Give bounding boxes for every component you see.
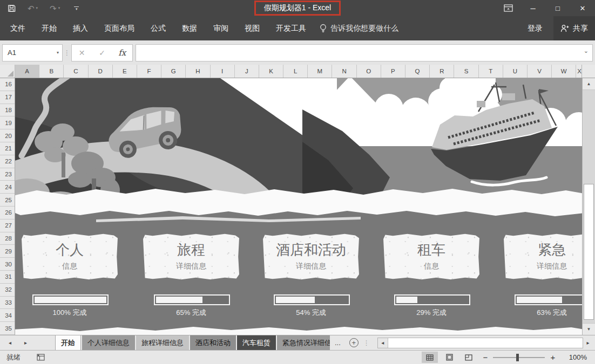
page-break-preview-button[interactable] — [461, 352, 477, 363]
sheet-tab-overflow[interactable]: ... — [331, 335, 344, 350]
share-button[interactable]: 共享 — [553, 16, 595, 40]
undo-dropdown-icon[interactable]: ▾ — [36, 6, 38, 10]
column-header-Q[interactable]: Q — [405, 65, 430, 78]
row-header-23[interactable]: 23 — [0, 168, 15, 181]
row-header-17[interactable]: 17 — [0, 91, 15, 104]
row-header-34[interactable]: 34 — [0, 309, 15, 322]
row-header-32[interactable]: 32 — [0, 284, 15, 297]
page-layout-view-button[interactable] — [441, 352, 457, 363]
column-header-A[interactable]: A — [15, 65, 39, 78]
column-header-W[interactable]: W — [552, 65, 576, 78]
column-header-K[interactable]: K — [259, 65, 283, 78]
column-header-F[interactable]: F — [137, 65, 161, 78]
column-header-T[interactable]: T — [479, 65, 503, 78]
redo-button[interactable]: ↷ — [50, 4, 57, 12]
tell-me-box[interactable]: 告诉我你想要做什么 — [320, 24, 398, 33]
ribbon-tab-视图[interactable]: 视图 — [236, 16, 268, 40]
vertical-scrollbar-thumb[interactable] — [584, 184, 594, 320]
column-header-V[interactable]: V — [528, 65, 552, 78]
new-sheet-button[interactable]: + — [349, 338, 359, 347]
column-header-U[interactable]: U — [503, 65, 528, 78]
column-header-S[interactable]: S — [454, 65, 478, 78]
ribbon-tab-插入[interactable]: 插入 — [65, 16, 96, 40]
column-header-G[interactable]: G — [161, 65, 186, 78]
name-box[interactable]: A1 ▾ — [2, 44, 63, 61]
insert-function-icon[interactable]: fx — [112, 48, 132, 58]
column-header-X[interactable]: X — [576, 65, 582, 78]
normal-view-button[interactable] — [422, 352, 438, 363]
formula-bar-handle[interactable]: ⋮ — [63, 49, 71, 57]
ribbon-tab-公式[interactable]: 公式 — [143, 16, 174, 40]
column-header-H[interactable]: H — [186, 65, 210, 78]
zoom-slider[interactable] — [493, 357, 545, 358]
row-header-18[interactable]: 18 — [0, 104, 15, 117]
expand-formula-bar-icon[interactable]: ⌄ — [584, 47, 589, 54]
column-header-B[interactable]: B — [39, 65, 64, 78]
sign-in-button[interactable]: 登录 — [520, 24, 550, 33]
row-header-28[interactable]: 28 — [0, 232, 15, 245]
row-header-24[interactable]: 24 — [0, 181, 15, 194]
column-header-I[interactable]: I — [211, 65, 235, 78]
horizontal-scrollbar[interactable]: ◂ ▸ — [377, 337, 593, 348]
ribbon-tab-页面布局[interactable]: 页面布局 — [96, 16, 143, 40]
sheet-tab-开始[interactable]: 开始 — [55, 335, 81, 350]
row-header-35[interactable]: 35 — [0, 322, 15, 335]
name-box-dropdown-icon[interactable]: ▾ — [57, 50, 59, 55]
column-header-M[interactable]: M — [308, 65, 332, 78]
scroll-left-icon[interactable]: ◂ — [378, 340, 388, 346]
ribbon-tab-审阅[interactable]: 审阅 — [205, 16, 236, 40]
card-1[interactable]: 个人信息 — [22, 233, 118, 280]
row-header-26[interactable]: 26 — [0, 207, 15, 219]
zoom-in-button[interactable]: + — [547, 353, 559, 362]
row-header-21[interactable]: 21 — [0, 142, 15, 155]
column-header-P[interactable]: P — [381, 65, 405, 78]
column-header-O[interactable]: O — [357, 65, 381, 78]
scroll-down-icon[interactable]: ▼ — [583, 323, 595, 335]
sheet-tab-酒店和活动[interactable]: 酒店和活动 — [190, 335, 236, 350]
row-header-20[interactable]: 20 — [0, 129, 15, 142]
ribbon-display-options-icon[interactable] — [496, 0, 520, 16]
scroll-up-icon[interactable]: ▲ — [583, 78, 595, 90]
maximize-button[interactable]: □ — [545, 0, 570, 16]
column-header-C[interactable]: C — [64, 65, 88, 78]
ribbon-tab-开始[interactable]: 开始 — [33, 16, 65, 40]
cancel-icon[interactable]: ✕ — [72, 49, 92, 57]
card-4[interactable]: 租车信息 — [383, 233, 479, 280]
vertical-scrollbar[interactable]: ▲ ▼ — [582, 78, 595, 335]
macro-record-icon[interactable] — [37, 354, 45, 361]
zoom-slider-thumb[interactable] — [516, 354, 519, 361]
next-sheet-icon[interactable]: ▸ — [24, 340, 27, 346]
card-3[interactable]: 酒店和活动详细信息 — [263, 233, 359, 280]
previous-sheet-icon[interactable]: ◂ — [9, 340, 11, 346]
scroll-right-icon[interactable]: ▸ — [583, 340, 593, 346]
row-header-16[interactable]: 16 — [0, 78, 15, 91]
select-all-corner[interactable] — [0, 65, 15, 78]
row-header-27[interactable]: 27 — [0, 219, 15, 232]
ribbon-tab-开发工具[interactable]: 开发工具 — [268, 16, 314, 40]
formula-input[interactable]: ⌄ — [136, 44, 593, 61]
close-button[interactable]: ✕ — [570, 0, 595, 16]
ribbon-tab-文件[interactable]: 文件 — [2, 16, 33, 40]
minimize-button[interactable]: ─ — [520, 0, 545, 16]
redo-dropdown-icon[interactable]: ▾ — [58, 6, 60, 10]
column-header-R[interactable]: R — [430, 65, 454, 78]
row-header-22[interactable]: 22 — [0, 155, 15, 168]
zoom-out-button[interactable]: − — [480, 353, 491, 362]
customize-toolbar-dropdown-icon[interactable]: ▾ — [74, 6, 79, 10]
row-header-30[interactable]: 30 — [0, 258, 15, 271]
sheet-tab-汽车租赁[interactable]: 汽车租赁 — [237, 335, 276, 350]
column-header-N[interactable]: N — [332, 65, 356, 78]
horizontal-scrollbar-thumb[interactable] — [388, 338, 583, 348]
worksheet-canvas[interactable]: 个人信息100% 完成旅程详细信息65% 完成酒店和活动详细信息54% 完成租车… — [15, 78, 582, 335]
sheet-tab-旅程详细信息[interactable]: 旅程详细信息 — [136, 335, 189, 350]
row-header-29[interactable]: 29 — [0, 245, 15, 258]
row-header-25[interactable]: 25 — [0, 194, 15, 207]
column-header-D[interactable]: D — [89, 65, 113, 78]
zoom-level-label[interactable]: 100% — [559, 353, 595, 361]
card-2[interactable]: 旅程详细信息 — [143, 233, 239, 280]
enter-icon[interactable]: ✓ — [92, 49, 112, 57]
ribbon-tab-数据[interactable]: 数据 — [174, 16, 205, 40]
column-header-L[interactable]: L — [283, 65, 308, 78]
undo-button[interactable]: ↶ — [28, 4, 35, 12]
column-header-J[interactable]: J — [235, 65, 259, 78]
